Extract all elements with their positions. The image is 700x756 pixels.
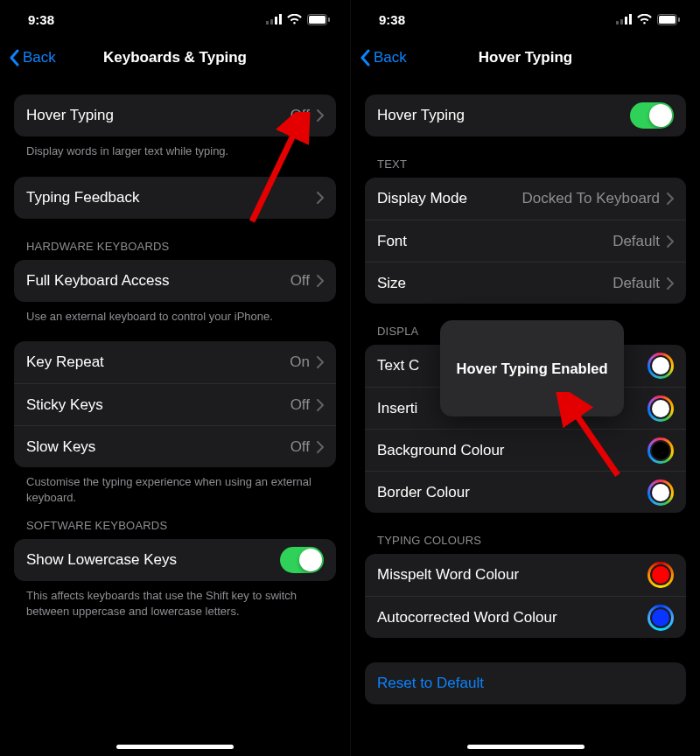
svg-rect-10: [625, 17, 627, 24]
colour-swatch-icon: [648, 353, 674, 379]
status-icons: [266, 14, 331, 25]
colour-swatch-icon: [648, 562, 674, 588]
row-font[interactable]: Font Default: [365, 220, 686, 262]
status-time: 9:38: [28, 12, 54, 27]
row-label: Background Colour: [377, 442, 642, 459]
row-full-keyboard-access[interactable]: Full Keyboard Access Off: [14, 260, 336, 302]
row-label: Slow Keys: [26, 438, 290, 456]
row-label: Show Lowercase Keys: [26, 551, 280, 569]
svg-rect-1: [270, 19, 273, 24]
row-value: Off: [290, 438, 310, 456]
status-time: 9:38: [379, 12, 405, 27]
row-footer: Use an external keyboard to control your…: [14, 302, 336, 325]
svg-rect-8: [616, 21, 619, 24]
svg-rect-3: [279, 14, 282, 24]
chevron-right-icon: [317, 399, 324, 411]
battery-icon: [657, 14, 681, 25]
row-size[interactable]: Size Default: [365, 262, 686, 304]
row-show-lowercase-keys[interactable]: Show Lowercase Keys: [14, 539, 336, 581]
row-typing-feedback[interactable]: Typing Feedback: [14, 177, 336, 219]
section-header-typing-colours: TYPING COLOURS: [365, 513, 686, 554]
colour-swatch-icon: [648, 605, 674, 631]
row-label: Size: [377, 275, 612, 292]
svg-rect-14: [678, 18, 680, 22]
row-value: Off: [290, 396, 310, 414]
nav-bar: Back Keyboards & Typing: [0, 38, 350, 77]
row-value: Docked To Keyboard: [522, 190, 660, 207]
section-header-text: TEXT: [365, 136, 686, 178]
svg-rect-9: [620, 19, 623, 24]
row-footer: Display words in larger text while typin…: [14, 136, 336, 159]
row-label: Hover Typing: [377, 107, 630, 124]
svg-rect-13: [659, 16, 676, 24]
svg-rect-0: [266, 21, 269, 24]
svg-rect-11: [629, 14, 632, 24]
toast-hover-typing-enabled: Hover Typing Enabled: [440, 320, 624, 416]
row-sticky-keys[interactable]: Sticky Keys Off: [14, 383, 336, 425]
chevron-left-icon: [360, 49, 370, 66]
row-border-colour[interactable]: Border Colour: [365, 471, 686, 513]
row-display-mode[interactable]: Display Mode Docked To Keyboard: [365, 178, 686, 220]
row-hover-typing[interactable]: Hover Typing Off: [14, 94, 336, 136]
wifi-icon: [287, 14, 302, 24]
battery-icon: [307, 14, 331, 25]
row-slow-keys[interactable]: Slow Keys Off: [14, 425, 336, 467]
chevron-right-icon: [317, 275, 324, 287]
chevron-right-icon: [317, 192, 324, 204]
colour-swatch-icon: [648, 480, 674, 506]
chevron-right-icon: [317, 356, 324, 368]
row-footer: Customise the typing experience when usi…: [14, 467, 336, 505]
nav-bar: Back Hover Typing: [351, 38, 700, 77]
toggle-hover-typing[interactable]: [630, 102, 674, 129]
back-label: Back: [374, 49, 407, 66]
row-label: Font: [377, 233, 612, 250]
chevron-left-icon: [9, 49, 19, 66]
row-label: Key Repeat: [26, 354, 290, 371]
cellular-icon: [266, 14, 282, 24]
row-value: Off: [290, 107, 310, 124]
row-hover-typing-toggle[interactable]: Hover Typing: [365, 94, 686, 136]
row-reset-to-default[interactable]: Reset to Default: [365, 662, 686, 704]
colour-swatch-icon: [648, 396, 674, 422]
back-label: Back: [23, 49, 56, 66]
row-value: Off: [290, 272, 310, 290]
chevron-right-icon: [667, 192, 674, 205]
row-footer: This affects keyboards that use the Shif…: [14, 581, 336, 619]
row-key-repeat[interactable]: Key Repeat On: [14, 341, 336, 383]
row-label: Sticky Keys: [26, 396, 290, 414]
row-background-colour[interactable]: Background Colour: [365, 429, 686, 471]
cellular-icon: [616, 14, 632, 24]
wifi-icon: [637, 14, 652, 24]
row-label: Border Colour: [377, 484, 642, 501]
row-label: Reset to Default: [377, 675, 674, 692]
toast-text: Hover Typing Enabled: [457, 360, 608, 377]
svg-rect-5: [309, 16, 326, 24]
back-button[interactable]: Back: [360, 49, 407, 66]
chevron-right-icon: [667, 277, 674, 290]
row-value: Default: [612, 233, 660, 250]
chevron-right-icon: [317, 109, 324, 122]
row-label: Display Mode: [377, 190, 522, 207]
section-header-software: SOFTWARE KEYBOARDS: [14, 505, 336, 539]
chevron-right-icon: [667, 235, 674, 248]
right-screenshot: 9:38 Back Hover Typing Hover Typing TEXT…: [350, 0, 700, 756]
chevron-right-icon: [317, 441, 324, 453]
row-value: On: [290, 354, 310, 371]
row-label: Hover Typing: [26, 107, 290, 124]
row-label: Typing Feedback: [26, 189, 310, 206]
status-bar: 9:38: [0, 0, 350, 38]
svg-rect-2: [275, 17, 277, 24]
colour-swatch-icon: [648, 438, 674, 464]
home-indicator: [467, 745, 584, 749]
toggle-show-lowercase[interactable]: [280, 547, 324, 573]
home-indicator: [116, 745, 234, 749]
row-misspelt-word-colour[interactable]: Misspelt Word Colour: [365, 554, 686, 596]
status-icons: [616, 14, 681, 25]
row-label: Full Keyboard Access: [26, 272, 290, 290]
left-screenshot: 9:38 Back Keyboards & Typing Hover Typin…: [0, 0, 350, 756]
row-label: Autocorrected Word Colour: [377, 609, 642, 626]
svg-rect-6: [328, 18, 330, 22]
status-bar: 9:38: [351, 0, 700, 38]
back-button[interactable]: Back: [9, 49, 56, 66]
row-autocorrected-word-colour[interactable]: Autocorrected Word Colour: [365, 596, 686, 638]
